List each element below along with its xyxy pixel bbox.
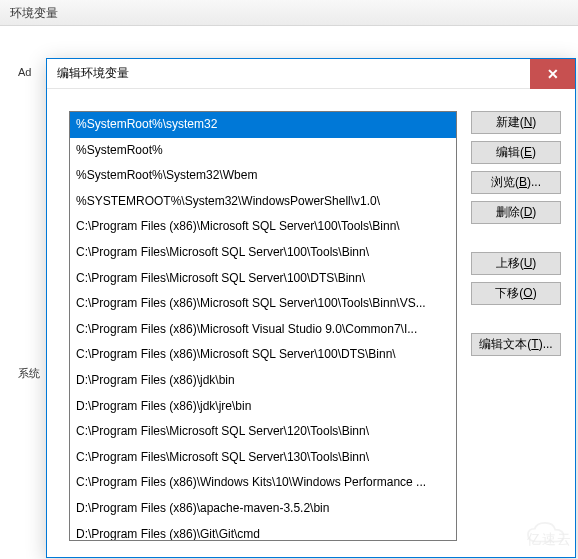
list-item[interactable]: %SYSTEMROOT%\System32\WindowsPowerShell\… [70, 189, 456, 215]
new-button[interactable]: 新建(N) [471, 111, 561, 134]
parent-window-title: 环境变量 [10, 6, 58, 20]
list-item[interactable]: C:\Program Files (x86)\Microsoft SQL Ser… [70, 291, 456, 317]
dialog-title: 编辑环境变量 [57, 65, 530, 82]
list-item[interactable]: C:\Program Files\Microsoft SQL Server\12… [70, 419, 456, 445]
edit-text-button[interactable]: 编辑文本(T)... [471, 333, 561, 356]
list-item[interactable]: C:\Program Files\Microsoft SQL Server\13… [70, 445, 456, 471]
list-item[interactable]: D:\Program Files (x86)\apache-maven-3.5.… [70, 496, 456, 522]
list-item[interactable]: D:\Program Files (x86)\jdk\jre\bin [70, 394, 456, 420]
delete-button[interactable]: 删除(D) [471, 201, 561, 224]
list-item[interactable]: C:\Program Files (x86)\Microsoft SQL Ser… [70, 342, 456, 368]
list-item[interactable]: %SystemRoot%\System32\Wbem [70, 163, 456, 189]
list-item[interactable]: D:\Program Files (x86)\Git\Git\cmd [70, 522, 456, 542]
list-item[interactable]: C:\Program Files\Microsoft SQL Server\10… [70, 266, 456, 292]
path-listbox[interactable]: %SystemRoot%\system32%SystemRoot%%System… [69, 111, 457, 541]
list-item[interactable]: C:\Program Files (x86)\Microsoft Visual … [70, 317, 456, 343]
parent-window-titlebar: 环境变量 [0, 0, 578, 26]
parent-label-1: Ad [18, 66, 31, 78]
dialog-titlebar: 编辑环境变量 ✕ [47, 59, 575, 89]
edit-button[interactable]: 编辑(E) [471, 141, 561, 164]
list-item[interactable]: D:\Program Files (x86)\jdk\bin [70, 368, 456, 394]
dialog-body: %SystemRoot%\system32%SystemRoot%%System… [47, 89, 575, 557]
move-up-button[interactable]: 上移(U) [471, 252, 561, 275]
move-down-button[interactable]: 下移(O) [471, 282, 561, 305]
close-button[interactable]: ✕ [530, 59, 575, 89]
list-item[interactable]: C:\Program Files (x86)\Windows Kits\10\W… [70, 470, 456, 496]
close-icon: ✕ [547, 66, 559, 82]
list-item[interactable]: %SystemRoot% [70, 138, 456, 164]
button-column: 新建(N) 编辑(E) 浏览(B)... 删除(D) 上移(U) 下移(O) 编… [471, 111, 561, 543]
list-item[interactable]: C:\Program Files (x86)\Microsoft SQL Ser… [70, 214, 456, 240]
browse-button[interactable]: 浏览(B)... [471, 171, 561, 194]
list-item[interactable]: %SystemRoot%\system32 [70, 112, 456, 138]
edit-env-dialog: 编辑环境变量 ✕ %SystemRoot%\system32%SystemRoo… [46, 58, 576, 558]
list-item[interactable]: C:\Program Files\Microsoft SQL Server\10… [70, 240, 456, 266]
parent-label-2: 系统 [18, 366, 40, 381]
